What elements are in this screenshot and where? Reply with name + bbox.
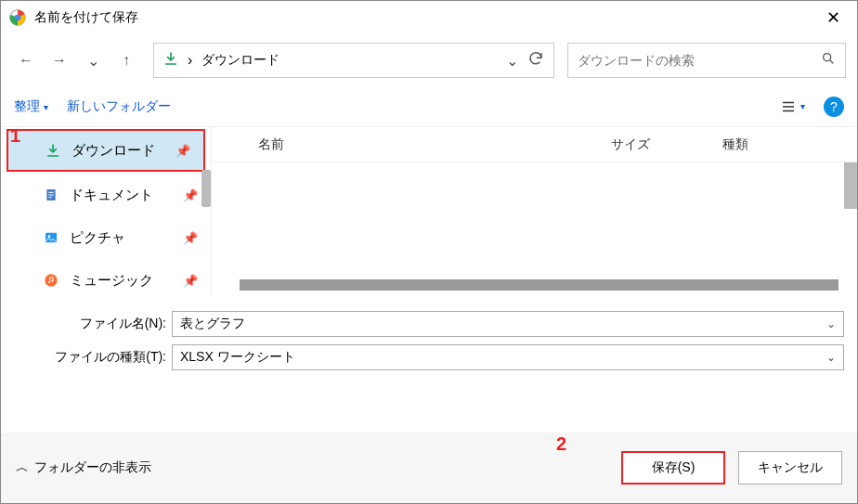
chevron-down-icon[interactable]: ⌄ [826,317,836,330]
filename-label: ファイル名(N): [14,316,166,332]
filetype-select[interactable]: XLSX ワークシート ⌄ [172,344,844,370]
search-input[interactable] [578,53,821,68]
path-dropdown-icon[interactable]: ⌄ [506,52,518,70]
new-folder-button[interactable]: 新しいフォルダー [67,98,171,115]
file-list: 名前 サイズ 種類 [211,127,857,296]
up-button[interactable]: ↑ [112,46,140,74]
search-box[interactable] [567,43,846,78]
download-icon [163,51,178,70]
file-scrollbar-horizontal[interactable] [240,279,838,291]
column-name[interactable]: 名前 [212,136,611,153]
pin-icon[interactable]: 📌 [176,144,190,158]
sidebar-item-label: ダウンロード [72,142,155,160]
hide-folders-button[interactable]: ︿ フォルダーの非表示 [16,459,151,476]
close-button[interactable]: ✕ [816,1,850,34]
sidebar-item-pictures[interactable]: ピクチャ 📌 [1,216,211,259]
title-bar: 名前を付けて保存 ✕ [1,1,857,34]
sidebar-scrollbar[interactable] [202,170,211,207]
sidebar-item-label: ピクチャ [70,229,125,247]
annotation-marker-2: 2 [556,433,566,455]
window-title: 名前を付けて保存 [34,9,816,26]
music-icon [42,273,60,288]
filetype-value: XLSX ワークシート [180,349,295,366]
recent-button[interactable]: ⌄ [79,46,107,74]
forward-button[interactable]: → [46,46,73,74]
breadcrumb-separator: › [188,52,192,69]
svg-point-8 [51,280,53,282]
file-scrollbar-vertical[interactable] [844,162,857,209]
svg-point-5 [48,235,51,238]
breadcrumb[interactable]: ダウンロード [202,52,497,69]
chevron-down-icon: ▾ [800,101,805,111]
sidebar: ダウンロード 📌 ドキュメント 📌 ピクチャ 📌 ミュージック 📌 [1,127,211,296]
view-button[interactable]: ▾ [780,98,805,115]
document-icon [42,187,60,202]
hide-folders-label: フォルダーの非表示 [34,459,151,476]
chevron-down-icon: ▾ [44,102,48,112]
column-type[interactable]: 種類 [722,136,857,153]
svg-point-1 [15,15,21,21]
chevron-up-icon: ︿ [16,459,29,476]
toolbar: 整理▾ 新しいフォルダー ▾ ? [1,86,857,127]
pin-icon[interactable]: 📌 [183,231,198,245]
address-bar[interactable]: › ダウンロード ⌄ [153,43,554,78]
pin-icon[interactable]: 📌 [183,188,198,202]
filetype-label: ファイルの種類(T): [14,349,166,366]
cancel-button[interactable]: キャンセル [738,451,842,485]
pin-icon[interactable]: 📌 [183,274,198,288]
sidebar-item-music[interactable]: ミュージック 📌 [1,259,211,302]
fields-area: ファイル名(N): 表とグラフ ⌄ ファイルの種類(T): XLSX ワークシー… [1,296,857,374]
help-button[interactable]: ? [824,97,844,117]
app-icon [8,8,27,27]
download-icon [44,143,62,158]
search-icon[interactable] [821,51,836,70]
picture-icon [42,230,60,245]
filename-value: 表とグラフ [180,316,245,332]
svg-point-2 [824,54,831,61]
refresh-button[interactable] [527,50,544,71]
sidebar-item-label: ミュージック [70,272,153,290]
file-header: 名前 サイズ 種類 [212,127,857,162]
sidebar-item-label: ドキュメント [70,187,153,204]
svg-point-6 [45,274,57,286]
save-button[interactable]: 保存(S) [621,451,725,485]
column-size[interactable]: サイズ [611,136,722,153]
footer: ︿ フォルダーの非表示 保存(S) キャンセル [1,433,857,503]
organize-label: 整理 [14,98,40,113]
chevron-down-icon[interactable]: ⌄ [826,351,836,364]
back-button[interactable]: ← [12,46,40,74]
svg-point-7 [48,281,50,283]
sidebar-item-documents[interactable]: ドキュメント 📌 [1,174,211,216]
annotation-marker-1: 1 [10,125,20,147]
sidebar-item-downloads[interactable]: ダウンロード 📌 [6,129,205,172]
organize-button[interactable]: 整理▾ [14,98,48,115]
filename-input[interactable]: 表とグラフ ⌄ [172,311,844,337]
nav-row: ← → ⌄ ↑ › ダウンロード ⌄ [1,34,857,86]
